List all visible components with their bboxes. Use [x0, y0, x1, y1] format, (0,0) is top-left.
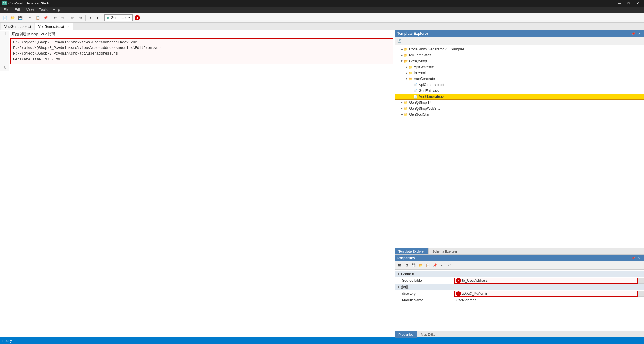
tab-vue-generate-txt[interactable]: VueGenerate.txt ✕ [35, 23, 73, 30]
prop-btn-7[interactable]: ↩ [439, 262, 445, 269]
prop-btn-8[interactable]: ↺ [446, 262, 452, 269]
extra-btn2[interactable]: ▸ [94, 14, 102, 21]
tree-label-genqshop-website: GenQShopWebSite [409, 106, 440, 111]
folder-icon-genqshop: 📂 [404, 59, 408, 63]
copy-button[interactable]: 📋 [34, 14, 41, 21]
expand-my-templates[interactable]: ▶ [400, 54, 404, 57]
minimize-button[interactable]: ─ [615, 0, 624, 6]
expand-genqshop-website[interactable]: ▶ [400, 107, 404, 110]
prop-row-modulename: ModuleName UserAddress [395, 297, 644, 303]
folder-icon-apigenerate: 📁 [409, 65, 413, 69]
prop-value-sourcetable[interactable]: 2 tb_UserAddress [454, 278, 638, 284]
folder-icon-samples: 📁 [404, 47, 408, 51]
expand-internal[interactable]: ▶ [404, 71, 409, 74]
separator-4 [85, 15, 86, 21]
sourcetable-dropdown-btn[interactable]: ⋯ [638, 278, 644, 284]
close-button[interactable]: ✕ [633, 0, 642, 6]
directory-badge: 3 [456, 291, 461, 296]
expand-vuegenerate[interactable]: ▼ [404, 77, 409, 80]
tree-item-genqshop-website[interactable]: ▶ 📁 GenQShopWebSite [395, 106, 644, 112]
tab-bar: VueGenerate.cst VueGenerate.txt ✕ [0, 23, 644, 30]
save-button[interactable]: 💾 [17, 14, 24, 21]
app-icon: CS [2, 1, 7, 5]
expand-apigenerate[interactable]: ▶ [404, 66, 409, 69]
generate-button[interactable]: ▶ Generate ▾ [104, 14, 133, 21]
prop-pin-button[interactable]: 📌 [631, 256, 636, 260]
expand-genqshop[interactable]: ▼ [400, 60, 404, 63]
tab-schema-explorer[interactable]: Schema Explorer [429, 248, 461, 255]
cut-button[interactable]: ✂ [26, 14, 34, 21]
menu-file[interactable]: File [1, 7, 12, 13]
tree-item-apigenerate[interactable]: ▶ 📁 ApiGenerate [395, 64, 644, 70]
properties-toolbar: ⊞ ⊟ 💾 📂 📋 📌 ↩ ↺ [395, 261, 644, 270]
tree-item-internal[interactable]: ▶ 📁 Internal [395, 70, 644, 76]
tab-vue-generate-cst[interactable]: VueGenerate.cst [1, 23, 34, 30]
redo-button[interactable]: ↪ [59, 14, 67, 21]
prop-btn-5[interactable]: 📋 [425, 262, 431, 269]
editor-area[interactable]: 1 开始创建QShop vue代码 ... F:\Project\QShop\3… [0, 30, 395, 337]
folder-icon-my-templates: 📁 [404, 53, 408, 57]
prop-close-button[interactable]: ✕ [637, 256, 642, 260]
generate-dropdown[interactable]: ▾ [127, 15, 130, 21]
expand-genqshop-pn[interactable]: ▶ [400, 101, 404, 104]
prop-btn-2[interactable]: ⊟ [403, 262, 410, 269]
undo-button[interactable]: ↩ [52, 14, 59, 21]
output-line-3: F:\Project\QShop\3_PcAdmin\src\views\use… [13, 45, 390, 51]
tree-label-genqshop: GenQShop [409, 59, 427, 63]
maximize-button[interactable]: □ [624, 0, 633, 6]
toolbar: 📄 📂 💾 ✂ 📋 📌 ↩ ↪ ⇤ ⇥ ◂ ▸ ▶ Generate ▾ 4 [0, 13, 644, 23]
tree-label-my-templates: My Templates [409, 53, 431, 57]
prop-section-misc[interactable]: ▼ 杂项 [395, 284, 644, 290]
tree-item-genqshop-pn[interactable]: ▶ 📁 GenQShop-Pn [395, 100, 644, 106]
indent-button[interactable]: ⇥ [77, 14, 84, 21]
menu-help[interactable]: Help [50, 7, 63, 13]
prop-btn-4[interactable]: 📂 [417, 262, 424, 269]
prop-btn-1[interactable]: ⊞ [396, 262, 403, 269]
tab-map-editor[interactable]: Map Editor [417, 331, 440, 338]
new-button[interactable]: 📄 [1, 14, 8, 21]
tree-item-vuegenerate-cst[interactable]: 📄 VueGenerate.cst [395, 94, 644, 100]
tree-item-gensoulstar[interactable]: ▶ 📁 GenSoulStar [395, 112, 644, 117]
prop-value-directory[interactable]: 3 .\.\.\.\3_PcAdmin [454, 291, 638, 297]
title-bar: CS CodeSmith Generator Studio ─ □ ✕ [0, 0, 644, 7]
te-pin-button[interactable]: 📌 [631, 31, 636, 36]
cst-file-icon-vuegenerate: 📄 [414, 95, 418, 99]
prop-btn-3[interactable]: 💾 [410, 262, 417, 269]
tree-item-apigenerate-cst[interactable]: 📄 ApiGenerate.cst [395, 82, 644, 88]
menu-view[interactable]: View [24, 7, 36, 13]
tree-item-genentity-cst[interactable]: 📄 GenEntity.cst [395, 88, 644, 94]
extra-btn1[interactable]: ◂ [87, 14, 94, 21]
tree-item-codesmith-samples[interactable]: ▶ 📁 CodeSmith Generator 7.1 Samples [395, 46, 644, 52]
te-close-button[interactable]: ✕ [637, 31, 642, 36]
tab-close-1[interactable]: ✕ [66, 25, 70, 29]
open-button[interactable]: 📂 [9, 14, 16, 21]
te-refresh-button[interactable]: 🔄 [396, 38, 403, 44]
folder-icon-genqshop-pn: 📁 [404, 101, 408, 105]
template-explorer-toolbar: 🔄 [395, 37, 644, 45]
directory-dropdown-btn[interactable]: ⋯ [638, 291, 644, 297]
menu-tools[interactable]: Tools [37, 7, 50, 13]
context-section-label: Context [401, 272, 414, 276]
prop-value-modulename[interactable]: UserAddress [454, 298, 644, 302]
tab-properties[interactable]: Properties [395, 331, 417, 338]
tree-item-vuegenerate-folder[interactable]: ▼ 📂 VueGenerate [395, 76, 644, 82]
tree-label-apigenerate: ApiGenerate [414, 65, 434, 69]
tree-item-genqshop[interactable]: ▼ 📂 GenQShop [395, 58, 644, 64]
generate-icon: ▶ [107, 16, 110, 20]
prop-name-sourcetable: SourceTable [395, 278, 454, 283]
line-number-1: 1 [0, 31, 9, 37]
directory-value: .\.\.\.\3_PcAdmin [462, 292, 488, 296]
prop-section-context[interactable]: ▼ Context [395, 271, 644, 277]
generate-button-wrapper: ▶ Generate ▾ [104, 14, 133, 21]
paste-button[interactable]: 📌 [42, 14, 49, 21]
expand-gensoulstar[interactable]: ▶ [400, 113, 404, 116]
expand-codesmith-samples[interactable]: ▶ [400, 48, 404, 51]
line-number-6: 6 [0, 65, 9, 71]
window-controls: ─ □ ✕ [615, 0, 642, 6]
tree-item-my-templates[interactable]: ▶ 📁 My Templates [395, 52, 644, 58]
outdent-button[interactable]: ⇤ [69, 14, 76, 21]
prop-btn-6[interactable]: 📌 [432, 262, 438, 269]
menu-edit[interactable]: Edit [12, 7, 23, 13]
tab-template-explorer[interactable]: Template Explorer [395, 248, 429, 255]
template-explorer-tree[interactable]: ▶ 📁 CodeSmith Generator 7.1 Samples ▶ 📁 … [395, 45, 644, 248]
